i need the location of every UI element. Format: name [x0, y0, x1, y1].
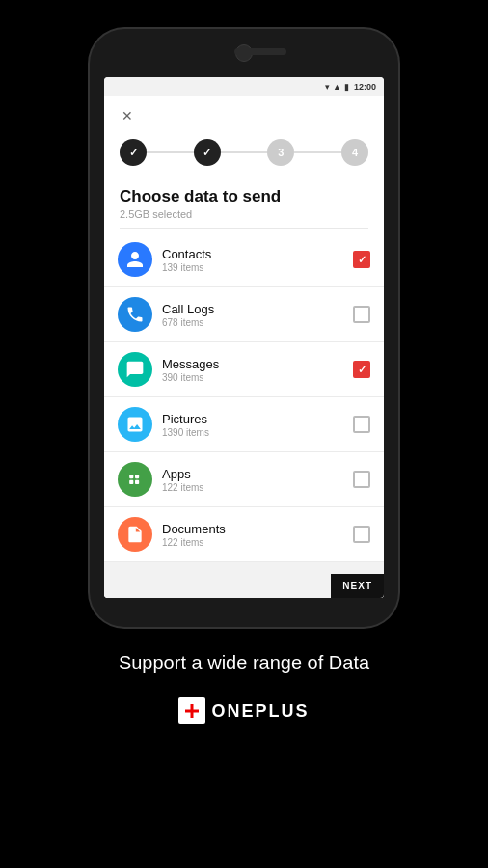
step-line-1: [147, 151, 194, 153]
step-3: 3: [267, 139, 294, 166]
messages-text: Messages 390 items: [162, 357, 343, 383]
messages-name: Messages: [162, 357, 343, 371]
choose-title: Choose data to send: [120, 187, 368, 206]
apps-icon: [118, 462, 152, 497]
documents-name: Documents: [162, 522, 343, 536]
contacts-text: Contacts 139 items: [162, 247, 343, 273]
pictures-name: Pictures: [162, 412, 343, 426]
pictures-text: Pictures 1390 items: [162, 412, 343, 438]
status-bar: ▾ ▲ ▮ 12:00: [104, 77, 384, 96]
step-4: 4: [341, 139, 368, 166]
oneplus-symbol: [178, 697, 205, 724]
choose-header: Choose data to send 2.5GB selected: [104, 177, 384, 232]
top-bar: ✕: [104, 96, 384, 131]
calllogs-count: 678 items: [162, 317, 343, 328]
contacts-name: Contacts: [162, 247, 343, 261]
steps-indicator: ✓ ✓ 3 4: [104, 131, 384, 177]
phone-speaker: [234, 48, 286, 55]
list-item-messages[interactable]: Messages 390 items ✓: [104, 342, 384, 397]
time-display: 12:00: [354, 82, 376, 92]
documents-text: Documents 122 items: [162, 522, 343, 548]
contacts-count: 139 items: [162, 262, 343, 273]
apps-count: 122 items: [162, 482, 343, 493]
list-item-documents[interactable]: Documents 122 items: [104, 507, 384, 562]
apps-name: Apps: [162, 467, 343, 481]
calllogs-name: Call Logs: [162, 302, 343, 316]
messages-count: 390 items: [162, 372, 343, 383]
apps-text: Apps 122 items: [162, 467, 343, 493]
plus-vertical: [191, 704, 194, 718]
messages-checkmark: ✓: [358, 364, 366, 376]
pictures-count: 1390 items: [162, 427, 343, 438]
wifi-icon: ▾: [325, 82, 330, 92]
next-button[interactable]: NEXT: [331, 574, 384, 598]
list-item-apps[interactable]: Apps 122 items: [104, 452, 384, 507]
screen-content: ✕ ✓ ✓ 3 4 Choose data to send 2.5GB sele…: [104, 96, 384, 598]
close-button[interactable]: ✕: [118, 106, 137, 125]
messages-checkbox[interactable]: ✓: [353, 361, 370, 378]
calllogs-checkbox[interactable]: [353, 306, 370, 323]
documents-icon: [118, 517, 152, 552]
battery-icon: ▮: [344, 82, 349, 92]
contacts-icon: [118, 242, 152, 277]
phone-screen: ▾ ▲ ▮ 12:00 ✕ ✓ ✓ 3 4: [104, 77, 384, 598]
documents-checkbox[interactable]: [353, 526, 370, 543]
choose-subtitle: 2.5GB selected: [120, 208, 368, 220]
contacts-checkmark: ✓: [358, 254, 366, 266]
tagline: Support a wide range of Data: [119, 652, 369, 674]
documents-count: 122 items: [162, 537, 343, 548]
step-line-3: [294, 151, 341, 153]
step-line-2: [221, 151, 268, 153]
signal-icon: ▲: [333, 82, 341, 92]
apps-checkbox[interactable]: [353, 471, 370, 488]
oneplus-logo: ONEPLUS: [178, 697, 309, 724]
pictures-checkbox[interactable]: [353, 416, 370, 433]
list-item-pictures[interactable]: Pictures 1390 items: [104, 397, 384, 452]
header-divider: [120, 228, 368, 229]
data-list: Contacts 139 items ✓ Call Logs 678 items: [104, 232, 384, 598]
phone-shell: ▾ ▲ ▮ 12:00 ✕ ✓ ✓ 3 4: [90, 29, 398, 627]
messages-icon: [118, 352, 152, 387]
status-icons: ▾ ▲ ▮ 12:00: [325, 82, 376, 92]
calllogs-text: Call Logs 678 items: [162, 302, 343, 328]
step-1: ✓: [120, 139, 147, 166]
contacts-checkbox[interactable]: ✓: [353, 251, 370, 268]
brand-name: ONEPLUS: [211, 701, 309, 721]
calllogs-icon: [118, 297, 152, 332]
pictures-icon: [118, 407, 152, 442]
list-item-calllogs[interactable]: Call Logs 678 items: [104, 287, 384, 342]
step-2: ✓: [194, 139, 221, 166]
list-item-contacts[interactable]: Contacts 139 items ✓: [104, 232, 384, 287]
